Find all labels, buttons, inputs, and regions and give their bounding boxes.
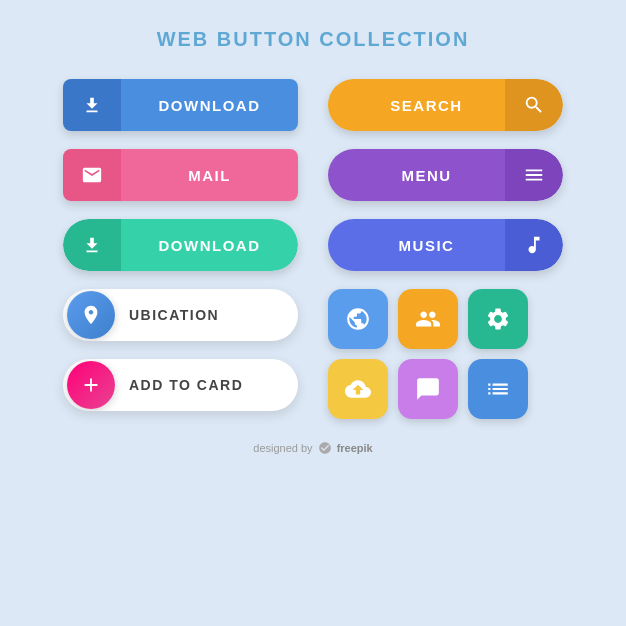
download-blue-button[interactable]: DOWNLOAD [63,79,298,131]
footer-brand: freepik [337,442,373,454]
add-to-card-button[interactable]: ADD TO CARD [63,359,298,411]
search-button[interactable]: SEARCH [328,79,563,131]
menu-icon [505,149,563,201]
location-label: UBICATION [115,307,298,323]
list-icon-button[interactable] [468,359,528,419]
search-label: SEARCH [328,79,505,131]
mail-label: MAIL [121,149,298,201]
footer-credit: designed by freepik [253,441,372,455]
mail-icon [63,149,121,201]
icon-grid [328,289,563,419]
people-icon-button[interactable] [398,289,458,349]
globe-icon-button[interactable] [328,289,388,349]
cloud-upload-icon-button[interactable] [328,359,388,419]
download-teal-icon [63,219,121,271]
add-to-card-icon [67,361,115,409]
download-teal-label: DOWNLOAD [121,219,298,271]
music-label: MUSIC [328,219,505,271]
footer-text: designed by [253,442,312,454]
music-button[interactable]: MUSIC [328,219,563,271]
mail-button[interactable]: MAIL [63,149,298,201]
search-icon [505,79,563,131]
page-title: WEB BUTTON COLLECTION [157,28,470,51]
gear-icon-button[interactable] [468,289,528,349]
add-to-card-label: ADD TO CARD [115,377,298,393]
music-icon [505,219,563,271]
download-blue-label: DOWNLOAD [121,79,298,131]
download-teal-button[interactable]: DOWNLOAD [63,219,298,271]
chat-icon-button[interactable] [398,359,458,419]
location-button[interactable]: UBICATION [63,289,298,341]
menu-button[interactable]: MENU [328,149,563,201]
menu-label: MENU [328,149,505,201]
location-icon [67,291,115,339]
download-blue-icon [63,79,121,131]
